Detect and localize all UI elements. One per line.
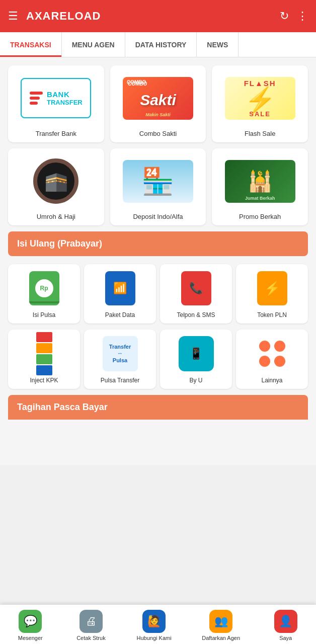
more-icon[interactable]: ⋮	[297, 10, 308, 23]
card-umroh-haji[interactable]: 🕋 Umroh & Haji	[8, 148, 104, 225]
app-header: ☰ AXARELOAD ↻ ⋮	[0, 0, 316, 32]
nav-hubungi-kami[interactable]: 🙋 Hubungi Kami	[137, 610, 172, 641]
hubungi-kami-icon: 🙋	[142, 610, 166, 633]
section-tagihan-header: Tagihan Pasca Bayar	[8, 395, 308, 420]
cetak-struk-label: Cetak Struk	[76, 635, 105, 641]
nav-tabs: TRANSAKSI MENU AGEN DATA HISTORY NEWS	[0, 32, 316, 57]
hubungi-kami-label: Hubungi Kami	[137, 635, 172, 641]
nav-daftarkan-agen[interactable]: 👥 Daftarkan Agen	[202, 610, 240, 641]
card-token-pln[interactable]: ⚡ Token PLN	[236, 264, 308, 324]
combo-sakti-image: COMBO Sakti Makin Sakti	[115, 70, 201, 126]
main-content: BANK TRANSFER Transfer Bank COMBO Sakti …	[0, 57, 316, 465]
paket-data-label: Paket Data	[105, 311, 135, 318]
card-isi-pulsa[interactable]: Rp Isi Pulsa	[8, 264, 80, 324]
combo-sakti-label: Combo Sakti	[139, 130, 177, 137]
nav-saya[interactable]: 👤 Saya	[271, 610, 301, 641]
card-flash-sale[interactable]: FL▲SH ⚡ SALE Flash Sale	[212, 65, 308, 142]
card-combo-sakti[interactable]: COMBO Sakti Makin Sakti Combo Sakti	[110, 65, 206, 142]
daftarkan-agen-icon: 👥	[209, 610, 232, 633]
section-prabayar-header: Isi Ulang (Prabayar)	[8, 231, 308, 256]
top-grid-row2: 🕋 Umroh & Haji 🏪 Deposit Indo/Alfa 🕌	[8, 148, 308, 225]
lainnya-image	[253, 335, 291, 373]
flash-sale-image: FL▲SH ⚡ SALE	[217, 70, 303, 126]
nav-mesenger[interactable]: 💬 Mesenger	[15, 610, 45, 641]
telpon-sms-label: Telpon & SMS	[177, 311, 215, 318]
by-u-label: By U	[189, 377, 202, 384]
cetak-struk-icon: 🖨	[80, 610, 103, 633]
lainnya-label: Lainnya	[261, 377, 282, 384]
nav-cetak-struk[interactable]: 🖨 Cetak Struk	[76, 610, 106, 641]
mesenger-label: Mesenger	[18, 635, 43, 641]
section-tagihan-label: Tagihan Pasca Bayar	[17, 402, 108, 412]
by-u-image: 📱	[177, 335, 215, 373]
tab-transaksi[interactable]: TRANSAKSI	[0, 32, 62, 57]
app-title: AXARELOAD	[26, 10, 272, 23]
top-grid-row1: BANK TRANSFER Transfer Bank COMBO Sakti …	[8, 65, 308, 142]
paket-data-image: 📶	[101, 269, 139, 307]
bottom-nav: 💬 Mesenger 🖨 Cetak Struk 🙋 Hubungi Kami …	[0, 605, 316, 644]
card-deposit-indo-alfa[interactable]: 🏪 Deposit Indo/Alfa	[110, 148, 206, 225]
deposit-indo-alfa-image: 🏪	[115, 153, 201, 209]
isi-pulsa-image: Rp	[25, 269, 63, 307]
isi-pulsa-label: Isi Pulsa	[33, 311, 55, 318]
card-promo-berkah[interactable]: 🕌 Jumat Berkah Promo Berkah	[212, 148, 308, 225]
umroh-haji-image: 🕋	[13, 153, 99, 209]
flash-sale-label: Flash Sale	[245, 130, 275, 137]
pulsa-transfer-label: Pulsa Transfer	[101, 377, 139, 384]
tab-menu-agen[interactable]: MENU AGEN	[62, 32, 125, 57]
transfer-bank-image: BANK TRANSFER	[13, 70, 99, 126]
saya-icon: 👤	[274, 610, 297, 633]
tab-data-history[interactable]: DATA HISTORY	[125, 32, 197, 57]
umroh-haji-label: Umroh & Haji	[37, 213, 75, 220]
section-prabayar-label: Isi Ulang (Prabayar)	[17, 238, 102, 249]
daftarkan-agen-label: Daftarkan Agen	[202, 635, 240, 641]
card-paket-data[interactable]: 📶 Paket Data	[84, 264, 156, 324]
card-pulsa-transfer[interactable]: Transfer↔Pulsa Pulsa Transfer	[84, 330, 156, 389]
inject-kpk-image	[25, 335, 63, 373]
prabayar-row1: Rp Isi Pulsa 📶 Paket Data 📞 Telpon &	[8, 264, 308, 324]
transfer-bank-label: Transfer Bank	[36, 130, 76, 137]
promo-berkah-image: 🕌 Jumat Berkah	[217, 153, 303, 209]
card-lainnya[interactable]: Lainnya	[236, 330, 308, 389]
promo-berkah-label: Promo Berkah	[239, 213, 281, 220]
card-by-u[interactable]: 📱 By U	[160, 330, 232, 389]
card-transfer-bank[interactable]: BANK TRANSFER Transfer Bank	[8, 65, 104, 142]
tab-news[interactable]: NEWS	[197, 32, 239, 57]
telpon-sms-image: 📞	[177, 269, 215, 307]
mesenger-icon: 💬	[19, 610, 42, 633]
deposit-indo-alfa-label: Deposit Indo/Alfa	[133, 213, 183, 220]
menu-icon[interactable]: ☰	[8, 10, 18, 23]
token-pln-image: ⚡	[253, 269, 291, 307]
token-pln-label: Token PLN	[257, 311, 287, 318]
saya-label: Saya	[279, 635, 292, 641]
card-inject-kpk[interactable]: Inject KPK	[8, 330, 80, 389]
pulsa-transfer-image: Transfer↔Pulsa	[101, 335, 139, 373]
prabayar-row2: Inject KPK Transfer↔Pulsa Pulsa Transfer…	[8, 330, 308, 389]
card-telpon-sms[interactable]: 📞 Telpon & SMS	[160, 264, 232, 324]
inject-kpk-label: Inject KPK	[30, 377, 58, 384]
refresh-icon[interactable]: ↻	[280, 10, 289, 23]
